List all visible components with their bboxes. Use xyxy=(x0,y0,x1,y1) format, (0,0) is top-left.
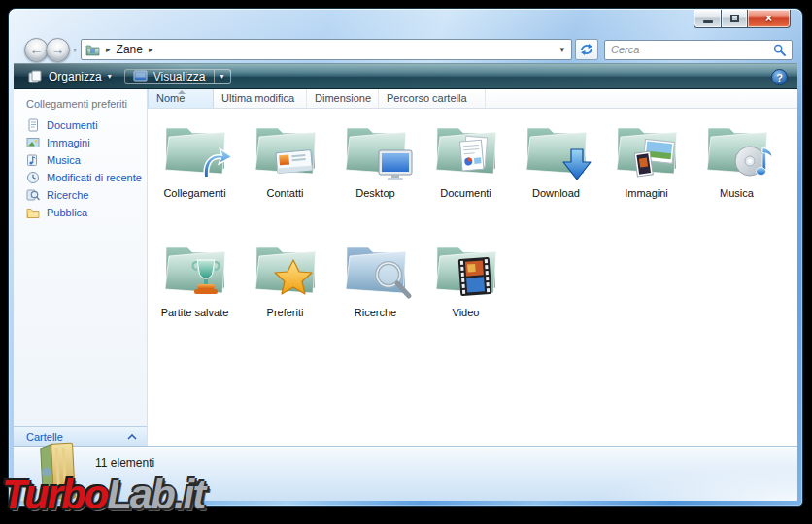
back-arrow-icon: ← xyxy=(30,42,44,57)
folder-item-video[interactable]: Video xyxy=(421,232,511,351)
column-label: Ultima modifica xyxy=(221,92,294,104)
folder-item-immagini[interactable]: Immagini xyxy=(601,113,692,232)
public-folder-icon xyxy=(26,206,40,219)
column-header-nome[interactable]: Nome xyxy=(148,89,214,108)
watermark-part2: Lab.it xyxy=(107,472,204,517)
folder-label: Musica xyxy=(720,187,754,199)
folder-label: Documenti xyxy=(440,187,491,199)
document-icon xyxy=(26,118,40,132)
folder-item-preferiti[interactable]: Preferiti xyxy=(240,232,330,351)
watermark-part1: Turbo xyxy=(2,472,107,517)
organize-button[interactable]: Organizza ▾ xyxy=(19,66,120,86)
sidebar-item-documenti[interactable]: Documenti xyxy=(14,116,147,134)
folder-label: Ricerche xyxy=(355,307,396,318)
history-dropdown[interactable]: ▾ xyxy=(73,46,77,54)
breadcrumb-arrow-icon[interactable]: ▸ xyxy=(149,45,153,54)
column-label: Percorso cartella xyxy=(387,92,467,104)
breadcrumb-item-zane[interactable]: Zane xyxy=(117,43,143,56)
folder-label: Desktop xyxy=(355,187,394,199)
folder-item-collegamenti[interactable]: Collegamenti xyxy=(150,113,240,232)
breadcrumb[interactable]: ▸ Zane ▸ ▾ xyxy=(81,39,572,60)
refresh-button[interactable] xyxy=(575,39,598,60)
explorer-window: × ← → ▾ ▸ Zane ▸ ▾ xyxy=(8,8,803,507)
download-arrow-icon xyxy=(559,147,594,182)
sidebar-item-immagini[interactable]: Immagini xyxy=(14,134,147,151)
folder-item-ricerche[interactable]: Ricerche xyxy=(330,232,421,351)
close-button[interactable]: × xyxy=(748,10,791,28)
folder-item-documenti[interactable]: Documenti xyxy=(421,113,511,232)
minimize-icon xyxy=(703,20,713,23)
view-button[interactable]: Visualizza xyxy=(125,70,214,83)
folder-label: Preferiti xyxy=(267,307,304,318)
sort-ascending-icon xyxy=(178,90,186,94)
star-icon xyxy=(273,258,314,297)
folder-label: Video xyxy=(453,307,480,318)
sidebar-item-label: Documenti xyxy=(47,119,98,131)
folder-label: Download xyxy=(532,187,580,199)
navigation-pane: Collegamenti preferiti Documenti Immagin… xyxy=(14,89,148,446)
items-count: 11 elementi xyxy=(95,456,154,470)
views-icon xyxy=(133,70,148,82)
documents-pages-icon xyxy=(456,135,494,178)
folder-item-contatti[interactable]: Contatti xyxy=(240,113,330,232)
sidebar-item-pubblica[interactable]: Pubblica xyxy=(14,204,147,221)
sidebar-item-modificati-di-recente[interactable]: Modificati di recente xyxy=(14,169,147,186)
monitor-icon xyxy=(377,147,414,182)
view-split-button: Visualizza ▾ xyxy=(124,69,231,84)
minimize-button[interactable] xyxy=(694,10,722,28)
favorite-links-header: Collegamenti preferiti xyxy=(14,89,147,116)
sidebar-item-label: Pubblica xyxy=(47,207,87,218)
photos-icon xyxy=(634,139,675,178)
folder-item-download[interactable]: Download xyxy=(511,113,601,232)
folder-label: Contatti xyxy=(267,187,304,199)
help-icon: ? xyxy=(776,72,783,83)
window-body: Collegamenti preferiti Documenti Immagin… xyxy=(14,89,797,446)
sidebar-item-label: Ricerche xyxy=(47,189,88,201)
forward-button[interactable]: → xyxy=(46,38,70,62)
cd-music-icon xyxy=(732,142,775,182)
folder-item-musica[interactable]: Musica xyxy=(692,113,782,232)
chevron-down-icon: ▾ xyxy=(220,72,224,81)
folder-grid: Collegamenti xyxy=(150,113,786,351)
folder-item-partite-salvate[interactable]: Partite salvate xyxy=(150,232,240,351)
breadcrumb-arrow-icon[interactable]: ▸ xyxy=(106,45,111,54)
view-label: Visualizza xyxy=(153,70,206,83)
folders-band-label: Cartelle xyxy=(26,431,63,442)
file-list-area: Nome Ultima modifica Dimensione Percorso… xyxy=(148,89,797,446)
address-dropdown-icon[interactable]: ▾ xyxy=(557,45,567,54)
navigation-bar: ← → ▾ ▸ Zane ▸ ▾ xyxy=(9,35,802,64)
refresh-icon xyxy=(580,43,593,56)
trophy-icon xyxy=(188,258,223,297)
organize-label: Organizza xyxy=(49,70,102,83)
window-controls: × xyxy=(694,10,791,28)
filmstrip-icon xyxy=(456,256,494,297)
sidebar-item-ricerche[interactable]: Ricerche xyxy=(14,186,147,204)
column-header-percorso-cartella[interactable]: Percorso cartella xyxy=(379,89,486,108)
maximize-button[interactable] xyxy=(722,10,748,28)
help-button[interactable]: ? xyxy=(771,69,788,85)
command-toolbar: Organizza ▾ Visualizza ▾ ? xyxy=(14,63,797,89)
music-icon xyxy=(26,153,40,167)
folder-item-desktop[interactable]: Desktop xyxy=(330,113,421,232)
column-label: Dimensione xyxy=(315,92,371,104)
chevron-up-icon xyxy=(127,434,137,440)
search-icon xyxy=(26,188,40,202)
folder-label: Collegamenti xyxy=(163,187,225,199)
search-input[interactable] xyxy=(611,44,773,55)
turbolab-watermark: TurboLab.it xyxy=(2,475,204,515)
forward-arrow-icon: → xyxy=(51,42,65,57)
column-header-dimensione[interactable]: Dimensione xyxy=(307,89,379,108)
sidebar-item-label: Modificati di recente xyxy=(47,172,142,183)
close-icon: × xyxy=(765,12,772,25)
maximize-icon xyxy=(730,15,739,22)
column-header-ultima-modifica[interactable]: Ultima modifica xyxy=(214,89,307,108)
sidebar-item-musica[interactable]: Musica xyxy=(14,151,147,169)
recent-icon xyxy=(26,171,40,184)
folder-label: Partite salvate xyxy=(161,307,229,318)
search-icon[interactable] xyxy=(773,44,786,56)
chevron-down-icon: ▾ xyxy=(108,72,112,81)
organize-icon xyxy=(28,70,43,83)
sidebar-item-label: Musica xyxy=(47,154,81,166)
magnifier-icon xyxy=(371,259,414,302)
view-dropdown[interactable]: ▾ xyxy=(214,70,230,83)
